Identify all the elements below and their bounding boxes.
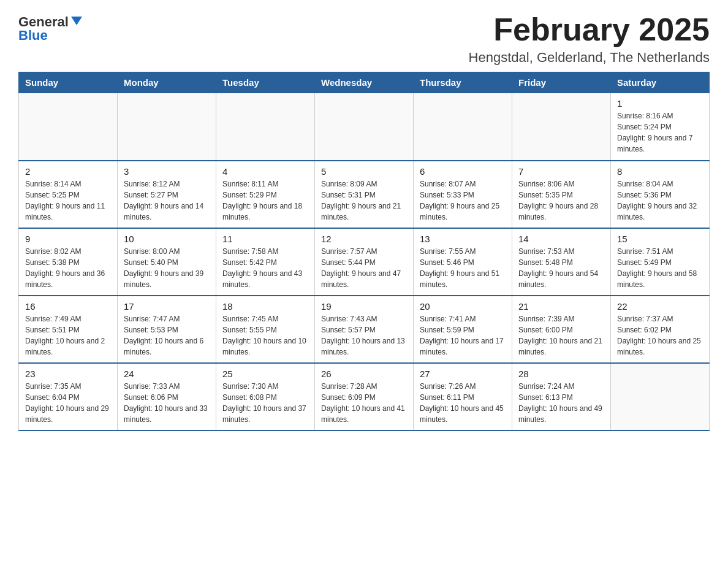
day-info: Sunrise: 8:06 AMSunset: 5:35 PMDaylight:… [518,178,604,223]
day-number: 3 [124,166,210,177]
day-info: Sunrise: 7:49 AMSunset: 5:51 PMDaylight:… [25,313,111,358]
day-number: 18 [222,301,308,312]
calendar-cell: 2Sunrise: 8:14 AMSunset: 5:25 PMDaylight… [19,161,118,228]
day-info: Sunrise: 7:41 AMSunset: 5:59 PMDaylight:… [420,313,506,358]
day-info: Sunrise: 8:16 AMSunset: 5:24 PMDaylight:… [617,110,703,155]
weekday-row: Sunday Monday Tuesday Wednesday Thursday… [19,72,710,93]
logo-blue: Blue [18,28,48,43]
day-number: 20 [420,301,506,312]
day-number: 17 [124,301,210,312]
calendar-cell: 22Sunrise: 7:37 AMSunset: 6:02 PMDayligh… [611,296,710,363]
logo-triangle-icon [71,15,82,29]
day-number: 13 [420,234,506,244]
day-number: 15 [617,234,703,244]
day-number: 2 [25,166,111,177]
day-number: 19 [321,301,407,312]
day-info: Sunrise: 8:12 AMSunset: 5:27 PMDaylight:… [124,178,210,223]
calendar-cell: 20Sunrise: 7:41 AMSunset: 5:59 PMDayligh… [414,296,512,363]
day-info: Sunrise: 7:30 AMSunset: 6:08 PMDaylight:… [222,381,308,425]
day-info: Sunrise: 7:45 AMSunset: 5:55 PMDaylight:… [222,313,308,358]
calendar-cell: 8Sunrise: 8:04 AMSunset: 5:36 PMDaylight… [611,161,710,228]
calendar-cell: 14Sunrise: 7:53 AMSunset: 5:48 PMDayligh… [512,228,611,296]
day-info: Sunrise: 7:28 AMSunset: 6:09 PMDaylight:… [321,381,407,425]
day-number: 7 [518,166,604,177]
day-info: Sunrise: 8:04 AMSunset: 5:36 PMDaylight:… [617,178,703,223]
day-number: 1 [617,98,703,109]
calendar-table: Sunday Monday Tuesday Wednesday Thursday… [18,72,710,431]
day-info: Sunrise: 8:09 AMSunset: 5:31 PMDaylight:… [321,178,407,223]
calendar-cell: 19Sunrise: 7:43 AMSunset: 5:57 PMDayligh… [315,296,414,363]
calendar-week-4: 16Sunrise: 7:49 AMSunset: 5:51 PMDayligh… [19,296,710,363]
calendar-cell: 9Sunrise: 8:02 AMSunset: 5:38 PMDaylight… [19,228,118,296]
calendar-cell [414,93,512,161]
calendar-cell: 25Sunrise: 7:30 AMSunset: 6:08 PMDayligh… [216,363,315,431]
calendar-cell: 16Sunrise: 7:49 AMSunset: 5:51 PMDayligh… [19,296,118,363]
col-monday: Monday [118,72,216,93]
col-saturday: Saturday [611,72,710,93]
day-info: Sunrise: 7:35 AMSunset: 6:04 PMDaylight:… [25,381,111,425]
calendar-cell: 13Sunrise: 7:55 AMSunset: 5:46 PMDayligh… [414,228,512,296]
col-thursday: Thursday [414,72,512,93]
calendar-week-1: 1Sunrise: 8:16 AMSunset: 5:24 PMDaylight… [19,93,710,161]
calendar-cell: 15Sunrise: 7:51 AMSunset: 5:49 PMDayligh… [611,228,710,296]
day-number: 23 [25,369,111,379]
calendar-cell [216,93,315,161]
day-number: 25 [222,369,308,379]
calendar-cell: 1Sunrise: 8:16 AMSunset: 5:24 PMDaylight… [611,93,710,161]
calendar-cell: 4Sunrise: 8:11 AMSunset: 5:29 PMDaylight… [216,161,315,228]
calendar-cell: 21Sunrise: 7:39 AMSunset: 6:00 PMDayligh… [512,296,611,363]
col-sunday: Sunday [19,72,118,93]
calendar-cell: 26Sunrise: 7:28 AMSunset: 6:09 PMDayligh… [315,363,414,431]
calendar-cell: 11Sunrise: 7:58 AMSunset: 5:42 PMDayligh… [216,228,315,296]
day-number: 10 [124,234,210,244]
day-number: 12 [321,234,407,244]
day-number: 26 [321,369,407,379]
day-info: Sunrise: 8:14 AMSunset: 5:25 PMDaylight:… [25,178,111,223]
month-title: February 2025 [469,12,710,47]
calendar-cell: 7Sunrise: 8:06 AMSunset: 5:35 PMDaylight… [512,161,611,228]
day-info: Sunrise: 7:33 AMSunset: 6:06 PMDaylight:… [124,381,210,425]
calendar-cell: 27Sunrise: 7:26 AMSunset: 6:11 PMDayligh… [414,363,512,431]
day-info: Sunrise: 7:57 AMSunset: 5:44 PMDaylight:… [321,246,407,290]
calendar-cell [118,93,216,161]
calendar-week-2: 2Sunrise: 8:14 AMSunset: 5:25 PMDaylight… [19,161,710,228]
day-number: 9 [25,234,111,244]
title-area: February 2025 Hengstdal, Gelderland, The… [469,12,710,66]
calendar-cell [611,363,710,431]
location-title: Hengstdal, Gelderland, The Netherlands [469,50,710,66]
calendar-cell: 23Sunrise: 7:35 AMSunset: 6:04 PMDayligh… [19,363,118,431]
day-info: Sunrise: 7:26 AMSunset: 6:11 PMDaylight:… [420,381,506,425]
day-info: Sunrise: 7:58 AMSunset: 5:42 PMDaylight:… [222,246,308,290]
day-info: Sunrise: 7:24 AMSunset: 6:13 PMDaylight:… [518,381,604,425]
calendar-cell: 10Sunrise: 8:00 AMSunset: 5:40 PMDayligh… [118,228,216,296]
calendar-cell: 24Sunrise: 7:33 AMSunset: 6:06 PMDayligh… [118,363,216,431]
day-number: 16 [25,301,111,312]
day-number: 28 [518,369,604,379]
calendar-body: 1Sunrise: 8:16 AMSunset: 5:24 PMDaylight… [19,93,710,431]
day-info: Sunrise: 7:37 AMSunset: 6:02 PMDaylight:… [617,313,703,358]
calendar-cell: 28Sunrise: 7:24 AMSunset: 6:13 PMDayligh… [512,363,611,431]
calendar-cell: 18Sunrise: 7:45 AMSunset: 5:55 PMDayligh… [216,296,315,363]
calendar-week-3: 9Sunrise: 8:02 AMSunset: 5:38 PMDaylight… [19,228,710,296]
day-number: 14 [518,234,604,244]
day-info: Sunrise: 7:53 AMSunset: 5:48 PMDaylight:… [518,246,604,290]
calendar-cell: 3Sunrise: 8:12 AMSunset: 5:27 PMDaylight… [118,161,216,228]
day-number: 5 [321,166,407,177]
day-info: Sunrise: 8:11 AMSunset: 5:29 PMDaylight:… [222,178,308,223]
calendar-cell: 6Sunrise: 8:07 AMSunset: 5:33 PMDaylight… [414,161,512,228]
col-friday: Friday [512,72,611,93]
day-info: Sunrise: 7:51 AMSunset: 5:49 PMDaylight:… [617,246,703,290]
svg-marker-0 [71,17,82,25]
day-number: 27 [420,369,506,379]
calendar-cell: 12Sunrise: 7:57 AMSunset: 5:44 PMDayligh… [315,228,414,296]
calendar-cell: 17Sunrise: 7:47 AMSunset: 5:53 PMDayligh… [118,296,216,363]
logo: General Blue [18,15,82,42]
day-info: Sunrise: 7:43 AMSunset: 5:57 PMDaylight:… [321,313,407,358]
day-number: 24 [124,369,210,379]
day-number: 4 [222,166,308,177]
day-info: Sunrise: 8:02 AMSunset: 5:38 PMDaylight:… [25,246,111,290]
day-info: Sunrise: 8:07 AMSunset: 5:33 PMDaylight:… [420,178,506,223]
day-info: Sunrise: 7:47 AMSunset: 5:53 PMDaylight:… [124,313,210,358]
logo-general: General [18,15,69,29]
calendar-cell: 5Sunrise: 8:09 AMSunset: 5:31 PMDaylight… [315,161,414,228]
